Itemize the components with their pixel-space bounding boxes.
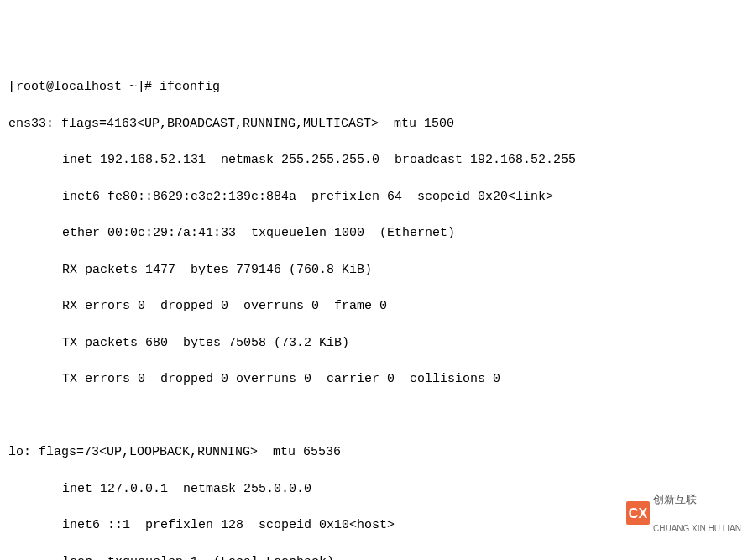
iface-line: ether 00:0c:29:7a:41:33 txqueuelen 1000 … (8, 224, 740, 243)
iface-header: lo: flags=73<UP,LOOPBACK,RUNNING> mtu 65… (8, 443, 740, 462)
iface-line: RX errors 0 dropped 0 overruns 0 frame 0 (8, 297, 740, 316)
watermark-logo-icon: CX (626, 501, 650, 525)
iface-line: inet6 fe80::8629:c3e2:139c:884a prefixle… (8, 188, 740, 207)
blank-line (8, 407, 740, 426)
watermark-en: CHUANG XIN HU LIAN (653, 524, 741, 533)
iface-line: RX packets 1477 bytes 779146 (760.8 KiB) (8, 261, 740, 280)
iface-header: ens33: flags=4163<UP,BROADCAST,RUNNING,M… (8, 115, 740, 133)
watermark-cn: 创新互联 (653, 494, 741, 505)
iface-line: inet 192.168.52.131 netmask 255.255.255.… (8, 151, 740, 170)
watermark-text: 创新互联 CHUANG XIN HU LIAN (653, 475, 741, 552)
command-line[interactable]: [root@localhost ~]# ifconfig (8, 78, 740, 97)
prompt: [root@localhost ~]# (8, 80, 160, 94)
iface-line: loop txqueuelen 1 (Local Loopback) (8, 553, 740, 561)
command-text: ifconfig (160, 80, 220, 94)
watermark: CX 创新互联 CHUANG XIN HU LIAN (626, 475, 741, 552)
iface-line: TX packets 680 bytes 75058 (73.2 KiB) (8, 334, 740, 353)
iface-line: TX errors 0 dropped 0 overruns 0 carrier… (8, 370, 740, 389)
